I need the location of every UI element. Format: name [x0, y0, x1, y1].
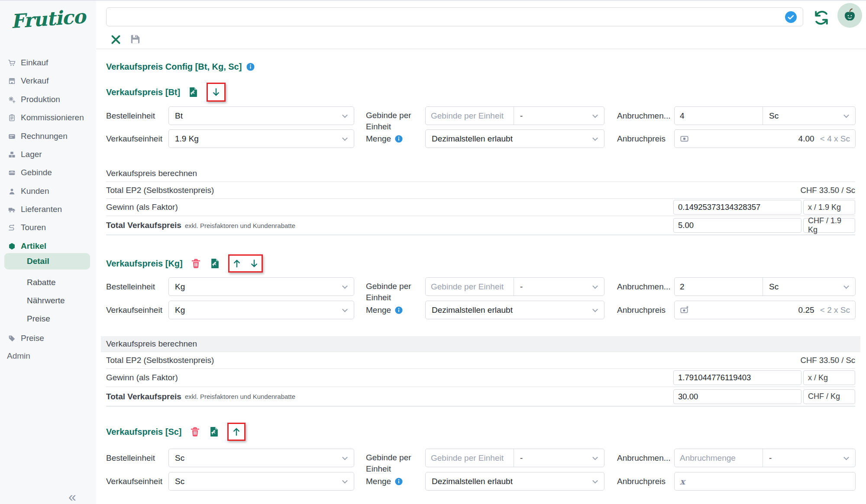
anbruchpreis-input[interactable]: 0.25 < 2 x Sc: [674, 301, 856, 319]
anbruchmenge-unit-select[interactable]: -: [763, 449, 855, 467]
gebinde-unit-select[interactable]: -: [514, 278, 604, 295]
trash-icon[interactable]: [189, 426, 201, 438]
menge-select[interactable]: Dezimalstellen erlaubt: [425, 472, 604, 491]
gewinn-input[interactable]: [673, 200, 801, 215]
move-down-icon[interactable]: [249, 258, 259, 269]
select-value: Sc: [769, 111, 779, 121]
bestelleinheit-select[interactable]: Kg: [168, 277, 354, 296]
total-verkaufspreis-input[interactable]: [673, 389, 801, 404]
anbruchmenge-input[interactable]: [675, 449, 763, 467]
sidebar-item-label: Kommissionieren: [21, 113, 84, 122]
anbruchpreis-value: 0.25: [798, 305, 814, 315]
gebinde-input[interactable]: [426, 107, 514, 125]
check-circle-icon[interactable]: [785, 11, 797, 23]
bestelleinheit-select[interactable]: Bt: [168, 106, 354, 125]
gears-icon: [8, 96, 16, 104]
sidebar-item-lager[interactable]: Lager: [8, 149, 42, 160]
move-up-icon[interactable]: [232, 258, 242, 269]
anbruchpreis-hint: < 2 x Sc: [818, 305, 850, 315]
gebinde-input[interactable]: [426, 449, 514, 467]
bestelleinheit-select[interactable]: Sc: [168, 449, 354, 467]
sidebar-item-label: Preise: [21, 334, 44, 343]
apple-avatar-icon[interactable]: [837, 3, 862, 28]
sidebar-item-artikel[interactable]: Artikel: [8, 241, 46, 252]
menge-select[interactable]: Dezimalstellen erlaubt: [425, 129, 604, 148]
anbruchmenge-unit-select[interactable]: Sc: [763, 278, 855, 295]
menge-label: Menge: [366, 129, 403, 148]
chevron-down-icon: [592, 454, 598, 460]
move-down-icon[interactable]: [211, 87, 221, 97]
sidebar-subitem-naehrwerte[interactable]: Nährwerte: [27, 296, 65, 305]
info-icon[interactable]: [394, 306, 403, 315]
sidebar-item-lieferanten[interactable]: Lieferanten: [8, 204, 62, 215]
gebinde-unit-select[interactable]: -: [514, 449, 604, 467]
sidebar-item-label: Artikel: [21, 241, 46, 251]
verkaufseinheit-select[interactable]: 1.9 Kg: [168, 129, 354, 148]
trash-icon[interactable]: [190, 257, 202, 270]
sidebar-item-einkauf[interactable]: Einkauf: [8, 57, 48, 68]
sidebar-item-admin[interactable]: Admin: [7, 350, 30, 362]
sidebar-item-preise[interactable]: Preise: [8, 333, 44, 344]
select-value: Bt: [175, 111, 183, 121]
annotation-red-box: [228, 254, 263, 273]
sidebar-collapse-button[interactable]: «: [68, 489, 76, 504]
annotation-red-box: [207, 83, 226, 102]
move-up-icon[interactable]: [231, 427, 242, 437]
total-verkaufspreis-input[interactable]: [673, 218, 801, 233]
sidebar-item-kunden[interactable]: Kunden: [8, 186, 49, 197]
sidebar-item-gebinde[interactable]: Gebinde: [8, 167, 52, 178]
verkaufseinheit-select[interactable]: Kg: [168, 301, 354, 319]
pdf-export-icon[interactable]: [209, 257, 221, 270]
chevron-down-icon: [843, 454, 849, 460]
chevron-down-icon: [342, 112, 348, 118]
sidebar-item-verkauf[interactable]: Verkauf: [8, 75, 48, 87]
info-icon[interactable]: [394, 477, 403, 486]
menge-select[interactable]: Dezimalstellen erlaubt: [425, 301, 604, 319]
select-value: Kg: [175, 305, 185, 315]
sidebar-subitem-label: Detail: [27, 253, 49, 270]
sidebar-subitem-rabatte[interactable]: Rabatte: [27, 278, 56, 287]
pdf-export-icon[interactable]: [208, 425, 220, 438]
pdf-export-icon[interactable]: [187, 86, 199, 99]
gebinde-composite: -: [425, 106, 604, 125]
sidebar-item-kommissionieren[interactable]: Kommissionieren: [8, 112, 84, 123]
info-icon[interactable]: [246, 62, 255, 71]
route-icon: [8, 224, 16, 232]
x-glyph-icon: x: [680, 476, 685, 487]
verkaufseinheit-label: Verkaufseinheit: [106, 472, 162, 491]
coin-plus-icon: [680, 305, 689, 315]
total-unit: CHF / 1.9 Kg: [803, 218, 855, 233]
sidebar-subitem-preise[interactable]: Preise: [27, 314, 50, 324]
coin-icon: [680, 134, 689, 143]
search-input[interactable]: [106, 7, 803, 26]
save-icon[interactable]: [129, 33, 141, 45]
section-title: Verkaufspreis [Sc]: [106, 427, 182, 437]
anbruchmenge-input[interactable]: [675, 278, 763, 295]
sidebar-item-produktion[interactable]: Produktion: [8, 94, 60, 105]
anbruchpreis-input[interactable]: x: [674, 472, 856, 491]
gebinde-unit-select[interactable]: -: [514, 107, 604, 125]
refresh-icon[interactable]: [813, 10, 830, 26]
sidebar-item-touren[interactable]: Touren: [8, 222, 46, 233]
verkaufseinheit-select[interactable]: Sc: [168, 472, 354, 491]
anbruchmenge-unit-select[interactable]: Sc: [763, 107, 855, 125]
info-icon[interactable]: [394, 135, 403, 143]
calc-ep2-row: Total EP2 (Selbstkostenpreis) CHF 33.50 …: [106, 352, 855, 369]
anbruchmenge-input[interactable]: [675, 107, 763, 125]
gebinde-input[interactable]: [426, 278, 514, 295]
anbruchpreis-label: Anbruchpreis: [617, 472, 666, 491]
hexagon-icon: [8, 242, 16, 250]
section-title: Verkaufspreis [Kg]: [106, 259, 183, 269]
card-icon: [8, 132, 16, 141]
close-icon[interactable]: [110, 34, 121, 45]
gewinn-input[interactable]: [673, 370, 801, 385]
bestelleinheit-label: Bestelleinheit: [106, 449, 155, 467]
gebinde-composite: -: [425, 449, 604, 467]
sidebar-item-rechnungen[interactable]: Rechnungen: [8, 131, 68, 142]
calc-header-row: Verkaufspreis berechnen: [106, 166, 855, 182]
sidebar-item-label: Verkauf: [21, 76, 48, 86]
anbruchpreis-input[interactable]: 4.00 < 4 x Sc: [674, 129, 856, 148]
calc-gewinn-row: Gewinn (als Faktor) x / 1.9 Kg: [106, 199, 855, 216]
chevron-down-icon: [592, 283, 598, 289]
sidebar-subitem-detail[interactable]: Detail: [4, 253, 90, 270]
